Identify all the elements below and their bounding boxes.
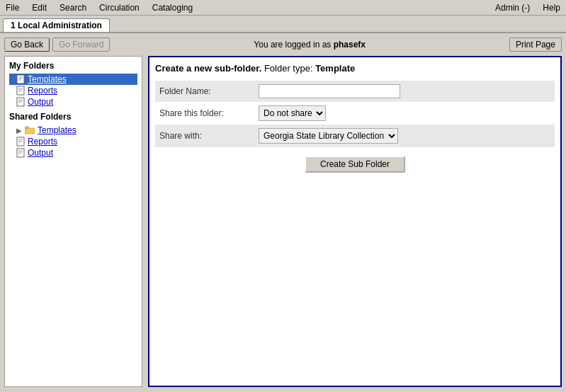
- folder-name-label: Folder Name:: [155, 81, 254, 102]
- right-panel: Create a new sub-folder. Folder type: Te…: [148, 56, 562, 387]
- shared-folder-reports[interactable]: Reports: [9, 136, 137, 147]
- my-folders-title: My Folders: [9, 61, 137, 71]
- share-folder-label: Share this folder:: [155, 102, 254, 125]
- menu-admin[interactable]: Admin (-): [492, 1, 533, 14]
- folder-icon: [25, 126, 35, 134]
- menubar: File Edit Search Circulation Cataloging …: [0, 0, 566, 16]
- shared-folder-output-label[interactable]: Output: [28, 148, 53, 158]
- folder-type-label: Folder type:: [264, 63, 315, 74]
- share-folder-row: Share this folder: Do not share Share: [155, 102, 555, 125]
- menu-file[interactable]: File: [3, 1, 22, 14]
- shared-folder-templates[interactable]: ▶ Templates: [9, 125, 137, 136]
- tab-local-administration[interactable]: 1 Local Administration: [3, 18, 110, 32]
- create-btn-row: Create Sub Folder: [155, 156, 555, 173]
- share-with-label: Share with:: [155, 125, 254, 147]
- logged-in-text: You are logged in as: [254, 40, 333, 50]
- form-table: Folder Name: Share this folder: Do not s…: [155, 81, 555, 147]
- shared-folders-title: Shared Folders: [9, 112, 137, 122]
- folder-type-value: Template: [315, 63, 355, 74]
- panel-title-prefix: Create a new sub-folder.: [155, 63, 264, 74]
- left-panel: My Folders Templates: [4, 56, 142, 387]
- go-back-button[interactable]: Go Back: [4, 38, 50, 52]
- menu-help[interactable]: Help: [540, 1, 563, 14]
- share-folder-value-cell: Do not share Share: [254, 102, 555, 125]
- doc-icon-shared-output: [16, 148, 25, 158]
- my-folder-templates[interactable]: Templates: [9, 74, 137, 85]
- menu-search[interactable]: Search: [57, 1, 89, 14]
- doc-icon: [16, 74, 25, 84]
- tree-arrow-icon: ▶: [16, 127, 22, 134]
- folder-name-value-cell: [254, 81, 555, 102]
- my-folder-output-label[interactable]: Output: [28, 97, 53, 107]
- toolbar: Go Back Go Forward You are logged in as …: [4, 38, 562, 52]
- svg-rect-8: [17, 98, 24, 106]
- shared-folder-output[interactable]: Output: [9, 147, 137, 158]
- username: phasefx: [334, 40, 366, 50]
- my-folder-reports-label[interactable]: Reports: [28, 86, 57, 96]
- shared-folder-templates-label[interactable]: Templates: [38, 125, 77, 135]
- share-with-row: Share with: Georgia State Library Collec…: [155, 125, 555, 147]
- folder-name-input[interactable]: [259, 84, 400, 98]
- my-folder-output[interactable]: Output: [9, 96, 137, 108]
- go-forward-button: Go Forward: [52, 38, 110, 52]
- logged-in-info: You are logged in as phasefx: [254, 40, 366, 50]
- menu-edit[interactable]: Edit: [29, 1, 50, 14]
- doc-icon-shared-reports: [16, 137, 25, 146]
- menu-cataloging[interactable]: Cataloging: [149, 1, 196, 14]
- tabbar: 1 Local Administration: [0, 16, 566, 33]
- svg-rect-0: [17, 75, 24, 83]
- share-folder-select[interactable]: Do not share Share: [259, 105, 326, 121]
- menubar-left: File Edit Search Circulation Cataloging: [3, 1, 492, 14]
- my-folder-reports[interactable]: Reports: [9, 85, 137, 96]
- svg-rect-12: [17, 137, 24, 146]
- share-with-value-cell: Georgia State Library Collection: [254, 125, 555, 147]
- doc-icon-output: [16, 97, 25, 107]
- shared-folder-reports-label[interactable]: Reports: [28, 137, 57, 146]
- folder-name-row: Folder Name:: [155, 81, 555, 102]
- share-with-select[interactable]: Georgia State Library Collection: [259, 128, 398, 144]
- svg-rect-16: [17, 149, 24, 157]
- doc-icon-reports: [16, 86, 25, 96]
- svg-rect-4: [17, 86, 24, 95]
- print-page-button[interactable]: Print Page: [509, 38, 562, 52]
- menu-circulation[interactable]: Circulation: [96, 1, 142, 14]
- main-area: Go Back Go Forward You are logged in as …: [0, 33, 566, 391]
- my-folder-templates-label[interactable]: Templates: [28, 74, 67, 84]
- create-sub-folder-button[interactable]: Create Sub Folder: [305, 156, 405, 173]
- panel-title: Create a new sub-folder. Folder type: Te…: [155, 63, 555, 74]
- content-layout: My Folders Templates: [4, 56, 562, 387]
- menubar-right: Admin (-) Help: [492, 1, 563, 14]
- toolbar-left: Go Back Go Forward: [4, 38, 110, 52]
